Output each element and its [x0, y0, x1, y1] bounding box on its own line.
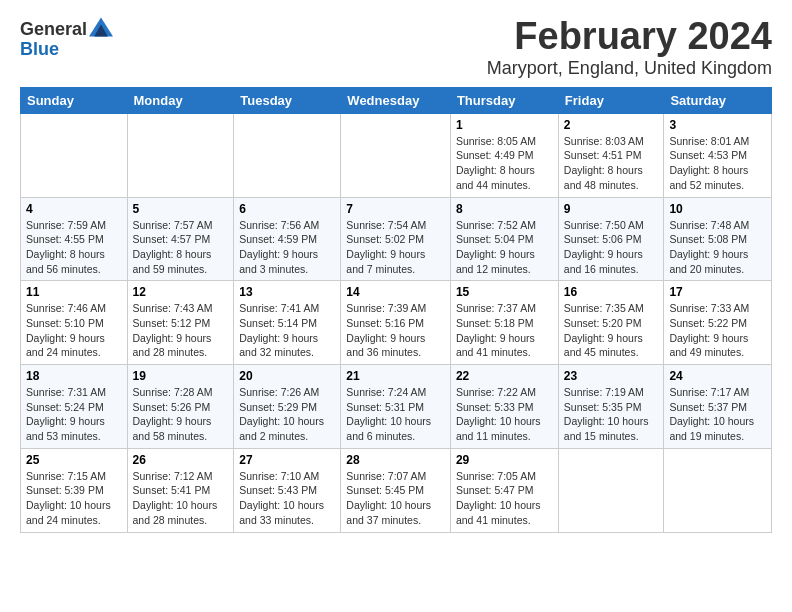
day-number: 16: [564, 285, 659, 299]
col-tuesday: Tuesday: [234, 87, 341, 113]
week-row-1: 1Sunrise: 8:05 AM Sunset: 4:49 PM Daylig…: [21, 113, 772, 197]
day-cell: 18Sunrise: 7:31 AM Sunset: 5:24 PM Dayli…: [21, 365, 128, 449]
day-info: Sunrise: 7:31 AM Sunset: 5:24 PM Dayligh…: [26, 385, 122, 444]
day-info: Sunrise: 7:15 AM Sunset: 5:39 PM Dayligh…: [26, 469, 122, 528]
week-row-3: 11Sunrise: 7:46 AM Sunset: 5:10 PM Dayli…: [21, 281, 772, 365]
logo-general: General: [20, 20, 87, 40]
day-cell: 20Sunrise: 7:26 AM Sunset: 5:29 PM Dayli…: [234, 365, 341, 449]
day-number: 7: [346, 202, 445, 216]
day-number: 9: [564, 202, 659, 216]
week-row-2: 4Sunrise: 7:59 AM Sunset: 4:55 PM Daylig…: [21, 197, 772, 281]
day-number: 13: [239, 285, 335, 299]
day-cell: 27Sunrise: 7:10 AM Sunset: 5:43 PM Dayli…: [234, 448, 341, 532]
day-cell: 16Sunrise: 7:35 AM Sunset: 5:20 PM Dayli…: [558, 281, 664, 365]
day-cell: 7Sunrise: 7:54 AM Sunset: 5:02 PM Daylig…: [341, 197, 451, 281]
day-cell: 26Sunrise: 7:12 AM Sunset: 5:41 PM Dayli…: [127, 448, 234, 532]
day-cell: 19Sunrise: 7:28 AM Sunset: 5:26 PM Dayli…: [127, 365, 234, 449]
day-number: 4: [26, 202, 122, 216]
day-info: Sunrise: 7:50 AM Sunset: 5:06 PM Dayligh…: [564, 218, 659, 277]
day-cell: [341, 113, 451, 197]
day-cell: 2Sunrise: 8:03 AM Sunset: 4:51 PM Daylig…: [558, 113, 664, 197]
col-wednesday: Wednesday: [341, 87, 451, 113]
day-cell: 13Sunrise: 7:41 AM Sunset: 5:14 PM Dayli…: [234, 281, 341, 365]
day-number: 1: [456, 118, 553, 132]
day-info: Sunrise: 7:19 AM Sunset: 5:35 PM Dayligh…: [564, 385, 659, 444]
day-info: Sunrise: 7:56 AM Sunset: 4:59 PM Dayligh…: [239, 218, 335, 277]
day-number: 28: [346, 453, 445, 467]
day-info: Sunrise: 7:54 AM Sunset: 5:02 PM Dayligh…: [346, 218, 445, 277]
day-info: Sunrise: 7:05 AM Sunset: 5:47 PM Dayligh…: [456, 469, 553, 528]
day-info: Sunrise: 7:17 AM Sunset: 5:37 PM Dayligh…: [669, 385, 766, 444]
day-number: 8: [456, 202, 553, 216]
day-cell: 28Sunrise: 7:07 AM Sunset: 5:45 PM Dayli…: [341, 448, 451, 532]
day-number: 26: [133, 453, 229, 467]
day-cell: 1Sunrise: 8:05 AM Sunset: 4:49 PM Daylig…: [450, 113, 558, 197]
week-row-5: 25Sunrise: 7:15 AM Sunset: 5:39 PM Dayli…: [21, 448, 772, 532]
day-number: 6: [239, 202, 335, 216]
day-cell: [127, 113, 234, 197]
day-number: 2: [564, 118, 659, 132]
logo-blue: Blue: [20, 39, 59, 59]
day-number: 17: [669, 285, 766, 299]
day-number: 21: [346, 369, 445, 383]
day-cell: 29Sunrise: 7:05 AM Sunset: 5:47 PM Dayli…: [450, 448, 558, 532]
day-number: 19: [133, 369, 229, 383]
day-cell: [234, 113, 341, 197]
day-cell: [21, 113, 128, 197]
col-friday: Friday: [558, 87, 664, 113]
day-cell: 9Sunrise: 7:50 AM Sunset: 5:06 PM Daylig…: [558, 197, 664, 281]
col-saturday: Saturday: [664, 87, 772, 113]
day-info: Sunrise: 7:46 AM Sunset: 5:10 PM Dayligh…: [26, 301, 122, 360]
day-cell: 6Sunrise: 7:56 AM Sunset: 4:59 PM Daylig…: [234, 197, 341, 281]
day-cell: 24Sunrise: 7:17 AM Sunset: 5:37 PM Dayli…: [664, 365, 772, 449]
logo: General Blue: [20, 20, 113, 60]
day-info: Sunrise: 7:35 AM Sunset: 5:20 PM Dayligh…: [564, 301, 659, 360]
day-info: Sunrise: 7:22 AM Sunset: 5:33 PM Dayligh…: [456, 385, 553, 444]
day-cell: 22Sunrise: 7:22 AM Sunset: 5:33 PM Dayli…: [450, 365, 558, 449]
title-block: February 2024 Maryport, England, United …: [487, 16, 772, 79]
day-info: Sunrise: 7:24 AM Sunset: 5:31 PM Dayligh…: [346, 385, 445, 444]
header-row: Sunday Monday Tuesday Wednesday Thursday…: [21, 87, 772, 113]
day-info: Sunrise: 8:03 AM Sunset: 4:51 PM Dayligh…: [564, 134, 659, 193]
page-header: General Blue February 2024 Maryport, Eng…: [20, 16, 772, 79]
day-info: Sunrise: 7:37 AM Sunset: 5:18 PM Dayligh…: [456, 301, 553, 360]
day-cell: 17Sunrise: 7:33 AM Sunset: 5:22 PM Dayli…: [664, 281, 772, 365]
day-cell: [558, 448, 664, 532]
day-info: Sunrise: 7:12 AM Sunset: 5:41 PM Dayligh…: [133, 469, 229, 528]
day-info: Sunrise: 7:43 AM Sunset: 5:12 PM Dayligh…: [133, 301, 229, 360]
day-info: Sunrise: 7:59 AM Sunset: 4:55 PM Dayligh…: [26, 218, 122, 277]
logo-icon: [89, 17, 113, 37]
day-cell: 10Sunrise: 7:48 AM Sunset: 5:08 PM Dayli…: [664, 197, 772, 281]
day-cell: 4Sunrise: 7:59 AM Sunset: 4:55 PM Daylig…: [21, 197, 128, 281]
day-cell: 5Sunrise: 7:57 AM Sunset: 4:57 PM Daylig…: [127, 197, 234, 281]
calendar-table: Sunday Monday Tuesday Wednesday Thursday…: [20, 87, 772, 533]
day-cell: 3Sunrise: 8:01 AM Sunset: 4:53 PM Daylig…: [664, 113, 772, 197]
day-number: 18: [26, 369, 122, 383]
day-number: 12: [133, 285, 229, 299]
day-cell: 25Sunrise: 7:15 AM Sunset: 5:39 PM Dayli…: [21, 448, 128, 532]
day-info: Sunrise: 7:52 AM Sunset: 5:04 PM Dayligh…: [456, 218, 553, 277]
day-number: 3: [669, 118, 766, 132]
day-number: 15: [456, 285, 553, 299]
day-cell: 11Sunrise: 7:46 AM Sunset: 5:10 PM Dayli…: [21, 281, 128, 365]
day-info: Sunrise: 7:41 AM Sunset: 5:14 PM Dayligh…: [239, 301, 335, 360]
day-number: 14: [346, 285, 445, 299]
day-info: Sunrise: 8:01 AM Sunset: 4:53 PM Dayligh…: [669, 134, 766, 193]
day-info: Sunrise: 7:07 AM Sunset: 5:45 PM Dayligh…: [346, 469, 445, 528]
day-info: Sunrise: 7:48 AM Sunset: 5:08 PM Dayligh…: [669, 218, 766, 277]
day-info: Sunrise: 7:10 AM Sunset: 5:43 PM Dayligh…: [239, 469, 335, 528]
day-cell: 12Sunrise: 7:43 AM Sunset: 5:12 PM Dayli…: [127, 281, 234, 365]
day-number: 11: [26, 285, 122, 299]
col-thursday: Thursday: [450, 87, 558, 113]
day-number: 24: [669, 369, 766, 383]
day-cell: 14Sunrise: 7:39 AM Sunset: 5:16 PM Dayli…: [341, 281, 451, 365]
day-number: 5: [133, 202, 229, 216]
week-row-4: 18Sunrise: 7:31 AM Sunset: 5:24 PM Dayli…: [21, 365, 772, 449]
day-info: Sunrise: 7:39 AM Sunset: 5:16 PM Dayligh…: [346, 301, 445, 360]
day-cell: 23Sunrise: 7:19 AM Sunset: 5:35 PM Dayli…: [558, 365, 664, 449]
day-number: 27: [239, 453, 335, 467]
col-sunday: Sunday: [21, 87, 128, 113]
day-info: Sunrise: 7:33 AM Sunset: 5:22 PM Dayligh…: [669, 301, 766, 360]
day-number: 20: [239, 369, 335, 383]
calendar-subtitle: Maryport, England, United Kingdom: [487, 58, 772, 79]
